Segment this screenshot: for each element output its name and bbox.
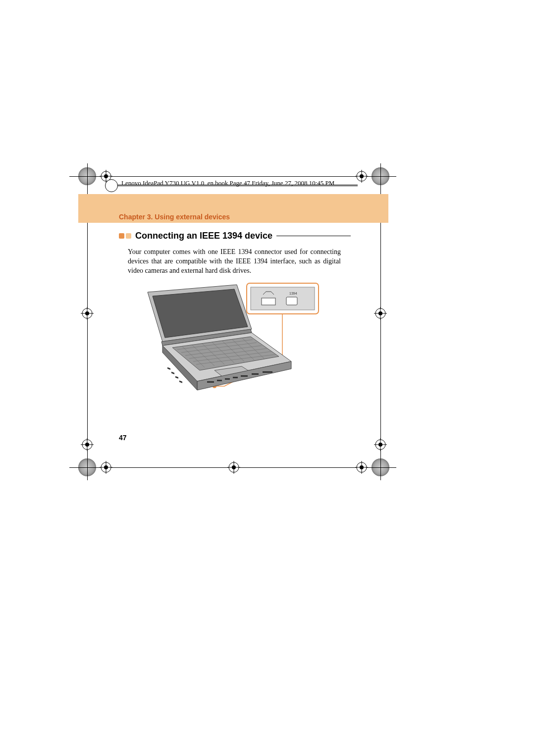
svg-point-19 bbox=[85, 311, 89, 315]
svg-point-27 bbox=[85, 443, 89, 447]
section-body-text: Your computer comes with one IEEE 1394 c… bbox=[128, 248, 341, 276]
svg-point-23 bbox=[378, 311, 382, 315]
svg-rect-72 bbox=[175, 376, 178, 379]
registration-mark-icon bbox=[227, 461, 240, 474]
registration-mark-icon bbox=[81, 438, 94, 451]
svg-point-39 bbox=[232, 465, 236, 469]
section-heading-text: Connecting an IEEE 1394 device bbox=[135, 231, 272, 241]
registration-mark-icon bbox=[100, 461, 112, 474]
svg-rect-75 bbox=[217, 380, 222, 381]
svg-point-3 bbox=[104, 174, 108, 178]
chapter-title: Chapter 3. Using external devices bbox=[119, 213, 230, 221]
svg-rect-47 bbox=[286, 297, 297, 305]
port-label: 1394 bbox=[289, 292, 297, 295]
svg-point-31 bbox=[378, 443, 382, 447]
printer-rule bbox=[69, 176, 396, 177]
svg-rect-79 bbox=[252, 373, 259, 375]
laptop-illustration: 1394 bbox=[138, 282, 321, 396]
svg-rect-74 bbox=[207, 381, 214, 383]
svg-rect-46 bbox=[262, 298, 275, 305]
bullet-icon bbox=[119, 233, 124, 239]
svg-point-35 bbox=[104, 465, 108, 469]
svg-rect-78 bbox=[241, 375, 248, 377]
section-heading: Connecting an IEEE 1394 device bbox=[119, 231, 351, 241]
page-number: 47 bbox=[119, 434, 127, 442]
svg-rect-71 bbox=[171, 372, 174, 374]
registration-mark-icon bbox=[374, 438, 387, 451]
svg-point-7 bbox=[360, 174, 364, 178]
svg-rect-77 bbox=[233, 377, 238, 378]
bullet-icon bbox=[126, 233, 131, 239]
svg-rect-73 bbox=[179, 381, 182, 383]
svg-rect-80 bbox=[263, 371, 272, 373]
registration-mark-icon bbox=[374, 307, 387, 320]
svg-rect-45 bbox=[251, 287, 315, 310]
registration-mark-icon bbox=[355, 170, 368, 183]
svg-point-43 bbox=[360, 465, 364, 469]
registration-mark-icon bbox=[81, 307, 94, 320]
registration-mark-icon bbox=[355, 461, 368, 474]
book-header-text: Lenovo IdeaPad Y730 UG V1.0_en.book Page… bbox=[121, 179, 334, 187]
svg-rect-70 bbox=[167, 367, 170, 370]
heading-rule bbox=[276, 236, 351, 236]
svg-rect-76 bbox=[225, 378, 230, 380]
